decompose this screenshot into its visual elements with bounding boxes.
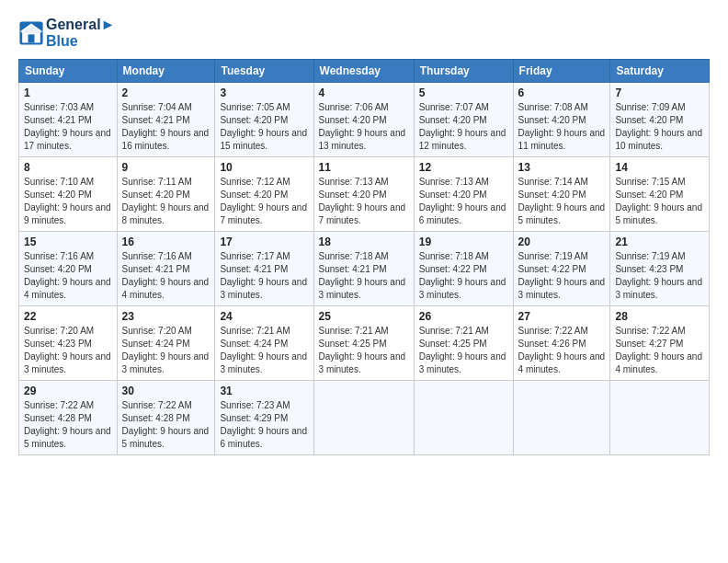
- day-number: 18: [319, 236, 409, 248]
- calendar-cell: [313, 381, 414, 455]
- calendar-cell: 11 Sunrise: 7:13 AMSunset: 4:20 PMDaylig…: [313, 157, 414, 232]
- day-number: 30: [122, 385, 210, 397]
- logo-text: General► Blue: [46, 17, 115, 50]
- calendar-cell: 24 Sunrise: 7:21 AMSunset: 4:24 PMDaylig…: [215, 306, 313, 381]
- logo: General► Blue: [18, 17, 115, 50]
- day-number: 26: [419, 310, 508, 323]
- day-header-saturday: Saturday: [610, 60, 710, 83]
- day-info: Sunrise: 7:05 AMSunset: 4:20 PMDaylight:…: [220, 102, 307, 151]
- day-info: Sunrise: 7:17 AMSunset: 4:21 PMDaylight:…: [220, 251, 307, 300]
- day-number: 21: [615, 236, 704, 248]
- calendar-week-row: 22 Sunrise: 7:20 AMSunset: 4:23 PMDaylig…: [19, 306, 710, 381]
- calendar-cell: 1 Sunrise: 7:03 AMSunset: 4:21 PMDayligh…: [19, 83, 118, 157]
- day-info: Sunrise: 7:10 AMSunset: 4:20 PMDaylight:…: [24, 177, 111, 225]
- day-info: Sunrise: 7:19 AMSunset: 4:22 PMDaylight:…: [518, 251, 606, 300]
- day-info: Sunrise: 7:18 AMSunset: 4:22 PMDaylight:…: [419, 251, 506, 300]
- day-number: 25: [319, 310, 409, 323]
- day-info: Sunrise: 7:19 AMSunset: 4:23 PMDaylight:…: [615, 251, 702, 300]
- calendar-cell: [513, 381, 610, 455]
- day-info: Sunrise: 7:11 AMSunset: 4:20 PMDaylight:…: [122, 177, 210, 225]
- day-info: Sunrise: 7:21 AMSunset: 4:25 PMDaylight:…: [319, 326, 406, 374]
- day-info: Sunrise: 7:20 AMSunset: 4:24 PMDaylight:…: [122, 326, 210, 374]
- calendar-cell: 23 Sunrise: 7:20 AMSunset: 4:24 PMDaylig…: [117, 306, 215, 381]
- day-number: 7: [615, 86, 704, 99]
- calendar-cell: 21 Sunrise: 7:19 AMSunset: 4:23 PMDaylig…: [610, 232, 710, 306]
- calendar-week-row: 29 Sunrise: 7:22 AMSunset: 4:28 PMDaylig…: [19, 381, 710, 455]
- day-header-sunday: Sunday: [19, 60, 118, 83]
- day-info: Sunrise: 7:23 AMSunset: 4:29 PMDaylight:…: [220, 400, 307, 449]
- day-number: 11: [319, 161, 409, 174]
- day-number: 5: [419, 86, 508, 99]
- day-number: 6: [518, 86, 606, 99]
- day-info: Sunrise: 7:09 AMSunset: 4:20 PMDaylight:…: [615, 102, 702, 151]
- calendar-cell: 29 Sunrise: 7:22 AMSunset: 4:28 PMDaylig…: [19, 381, 118, 455]
- day-header-tuesday: Tuesday: [215, 60, 313, 83]
- calendar-cell: 2 Sunrise: 7:04 AMSunset: 4:21 PMDayligh…: [117, 83, 215, 157]
- calendar-cell: 6 Sunrise: 7:08 AMSunset: 4:20 PMDayligh…: [513, 83, 610, 157]
- calendar-cell: 22 Sunrise: 7:20 AMSunset: 4:23 PMDaylig…: [19, 306, 118, 381]
- day-info: Sunrise: 7:21 AMSunset: 4:24 PMDaylight:…: [220, 326, 307, 374]
- day-number: 16: [122, 236, 210, 248]
- calendar-cell: 5 Sunrise: 7:07 AMSunset: 4:20 PMDayligh…: [414, 83, 513, 157]
- day-info: Sunrise: 7:07 AMSunset: 4:20 PMDaylight:…: [419, 102, 506, 151]
- calendar-cell: 26 Sunrise: 7:21 AMSunset: 4:25 PMDaylig…: [414, 306, 513, 381]
- day-number: 9: [122, 161, 210, 174]
- day-info: Sunrise: 7:08 AMSunset: 4:20 PMDaylight:…: [518, 102, 606, 151]
- day-header-friday: Friday: [513, 60, 610, 83]
- day-info: Sunrise: 7:16 AMSunset: 4:21 PMDaylight:…: [122, 251, 210, 300]
- day-info: Sunrise: 7:21 AMSunset: 4:25 PMDaylight:…: [419, 326, 506, 374]
- day-info: Sunrise: 7:22 AMSunset: 4:28 PMDaylight:…: [24, 400, 111, 449]
- calendar-cell: 9 Sunrise: 7:11 AMSunset: 4:20 PMDayligh…: [117, 157, 215, 232]
- calendar-cell: 25 Sunrise: 7:21 AMSunset: 4:25 PMDaylig…: [313, 306, 414, 381]
- day-number: 4: [319, 86, 409, 99]
- day-header-thursday: Thursday: [414, 60, 513, 83]
- day-number: 10: [220, 161, 308, 174]
- calendar-cell: 20 Sunrise: 7:19 AMSunset: 4:22 PMDaylig…: [513, 232, 610, 306]
- calendar-table: SundayMondayTuesdayWednesdayThursdayFrid…: [18, 59, 710, 455]
- calendar-cell: 12 Sunrise: 7:13 AMSunset: 4:20 PMDaylig…: [414, 157, 513, 232]
- logo-icon: [18, 20, 44, 46]
- calendar-cell: 16 Sunrise: 7:16 AMSunset: 4:21 PMDaylig…: [117, 232, 215, 306]
- calendar-cell: 7 Sunrise: 7:09 AMSunset: 4:20 PMDayligh…: [610, 83, 710, 157]
- day-info: Sunrise: 7:15 AMSunset: 4:20 PMDaylight:…: [615, 177, 702, 225]
- calendar-cell: 30 Sunrise: 7:22 AMSunset: 4:28 PMDaylig…: [117, 381, 215, 455]
- calendar-cell: 28 Sunrise: 7:22 AMSunset: 4:27 PMDaylig…: [610, 306, 710, 381]
- day-number: 2: [122, 86, 210, 99]
- day-number: 28: [615, 310, 704, 323]
- calendar-cell: 27 Sunrise: 7:22 AMSunset: 4:26 PMDaylig…: [513, 306, 610, 381]
- day-number: 29: [24, 385, 112, 397]
- day-info: Sunrise: 7:04 AMSunset: 4:21 PMDaylight:…: [122, 102, 210, 151]
- day-info: Sunrise: 7:12 AMSunset: 4:20 PMDaylight:…: [220, 177, 307, 225]
- day-info: Sunrise: 7:18 AMSunset: 4:21 PMDaylight:…: [319, 251, 406, 300]
- day-number: 8: [24, 161, 112, 174]
- day-header-monday: Monday: [117, 60, 215, 83]
- calendar-header-row: SundayMondayTuesdayWednesdayThursdayFrid…: [19, 60, 710, 83]
- calendar-cell: 19 Sunrise: 7:18 AMSunset: 4:22 PMDaylig…: [414, 232, 513, 306]
- day-number: 23: [122, 310, 210, 323]
- calendar-cell: 18 Sunrise: 7:18 AMSunset: 4:21 PMDaylig…: [313, 232, 414, 306]
- header: General► Blue: [18, 17, 710, 50]
- calendar-cell: 31 Sunrise: 7:23 AMSunset: 4:29 PMDaylig…: [215, 381, 313, 455]
- calendar-week-row: 15 Sunrise: 7:16 AMSunset: 4:20 PMDaylig…: [19, 232, 710, 306]
- calendar-page: General► Blue SundayMondayTuesdayWednesd…: [0, 0, 728, 563]
- day-number: 27: [518, 310, 606, 323]
- day-number: 13: [518, 161, 606, 174]
- calendar-week-row: 1 Sunrise: 7:03 AMSunset: 4:21 PMDayligh…: [19, 83, 710, 157]
- calendar-cell: 17 Sunrise: 7:17 AMSunset: 4:21 PMDaylig…: [215, 232, 313, 306]
- svg-rect-2: [28, 34, 35, 42]
- calendar-cell: 4 Sunrise: 7:06 AMSunset: 4:20 PMDayligh…: [313, 83, 414, 157]
- day-info: Sunrise: 7:13 AMSunset: 4:20 PMDaylight:…: [319, 177, 406, 225]
- day-info: Sunrise: 7:16 AMSunset: 4:20 PMDaylight:…: [24, 251, 111, 300]
- day-info: Sunrise: 7:13 AMSunset: 4:20 PMDaylight:…: [419, 177, 506, 225]
- day-number: 14: [615, 161, 704, 174]
- day-info: Sunrise: 7:22 AMSunset: 4:27 PMDaylight:…: [615, 326, 702, 374]
- day-info: Sunrise: 7:20 AMSunset: 4:23 PMDaylight:…: [24, 326, 111, 374]
- day-number: 19: [419, 236, 508, 248]
- day-number: 15: [24, 236, 112, 248]
- calendar-cell: [414, 381, 513, 455]
- day-number: 24: [220, 310, 308, 323]
- calendar-cell: 14 Sunrise: 7:15 AMSunset: 4:20 PMDaylig…: [610, 157, 710, 232]
- day-number: 1: [24, 86, 112, 99]
- calendar-cell: 15 Sunrise: 7:16 AMSunset: 4:20 PMDaylig…: [19, 232, 118, 306]
- day-number: 17: [220, 236, 308, 248]
